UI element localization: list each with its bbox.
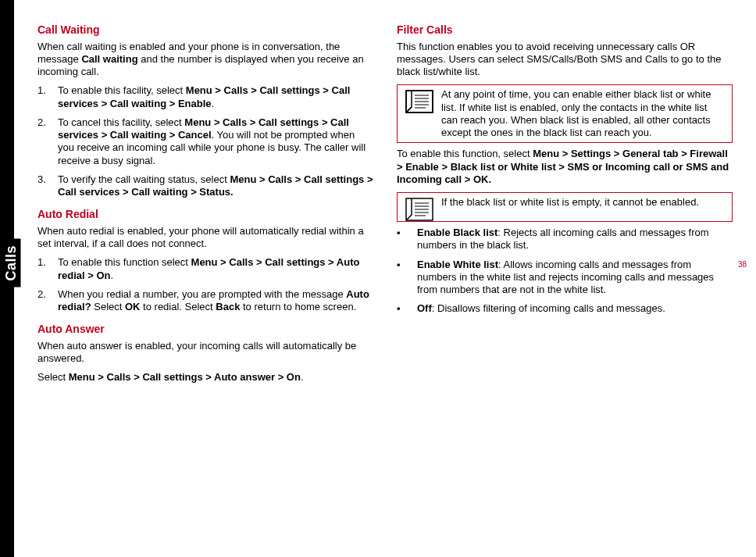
filter-enable-path: To enable this function, select Menu > S… — [397, 148, 733, 186]
cw-step-1: 1.To enable this facility, select Menu >… — [37, 84, 373, 110]
filter-calls-section: Filter Calls This function enables you t… — [397, 23, 733, 316]
note-2-text: If the black list or white list is empty… — [441, 193, 732, 221]
note-icon — [398, 193, 441, 221]
call-waiting-section: Call Waiting When call waiting is enable… — [37, 23, 373, 198]
note-1-text: At any point of time, you can enable eit… — [441, 85, 732, 142]
note-box-1: At any point of time, you can enable eit… — [397, 84, 733, 143]
call-waiting-heading: Call Waiting — [37, 23, 373, 37]
call-waiting-intro: When call waiting is enabled and your ph… — [37, 41, 373, 79]
auto-answer-path: Select Menu > Calls > Call settings > Au… — [37, 371, 373, 384]
auto-answer-section: Auto Answer When auto answer is enabled,… — [37, 323, 373, 384]
filter-calls-intro: This function enables you to avoid recei… — [397, 41, 733, 79]
cw-step-3: 3.To verify the call waiting status, sel… — [37, 173, 373, 199]
left-column: Call Waiting When call waiting is enable… — [37, 23, 373, 394]
auto-answer-intro: When auto answer is enabled, your incomi… — [37, 340, 373, 366]
note-box-2: If the black list or white list is empty… — [397, 192, 733, 222]
filter-calls-heading: Filter Calls — [397, 23, 733, 37]
auto-answer-heading: Auto Answer — [37, 323, 373, 337]
filter-opt-off: •Off: Disallows filtering of incoming ca… — [397, 302, 733, 315]
filter-opt-black: •Enable Black list: Rejects all incoming… — [397, 227, 733, 252]
auto-redial-section: Auto Redial When auto redial is enabled,… — [37, 208, 373, 313]
cw-step-2: 2.To cancel this facility, select Menu >… — [37, 116, 373, 167]
section-label: Calls — [2, 239, 21, 287]
page-content: Call Waiting When call waiting is enable… — [0, 0, 756, 417]
ar-step-1: 1.To enable this function select Menu > … — [37, 256, 373, 282]
right-column: Filter Calls This function enables you t… — [397, 23, 733, 394]
filter-opt-white: •Enable White list: Allows incoming call… — [397, 259, 733, 297]
auto-redial-intro: When auto redial is enabled, your phone … — [37, 225, 373, 251]
page-number: 38 — [738, 260, 747, 269]
ar-step-2: 2.When you redial a number, you are prom… — [37, 288, 373, 314]
note-icon — [398, 85, 441, 142]
auto-redial-heading: Auto Redial — [37, 208, 373, 222]
